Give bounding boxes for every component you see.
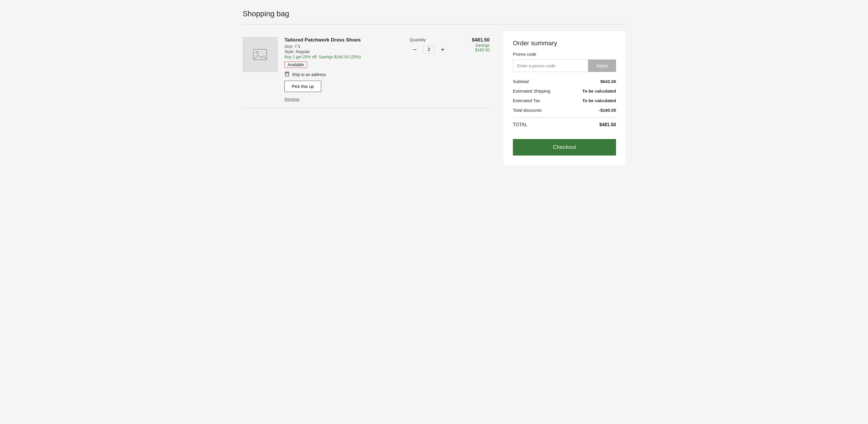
availability-badge: Available: [284, 61, 307, 68]
shipping-value: To be calculated: [583, 88, 616, 93]
increase-quantity-button[interactable]: +: [437, 45, 448, 55]
total-row: TOTAL $481.50: [513, 117, 616, 128]
quantity-section: Quantity − 3 +: [410, 37, 448, 102]
order-summary: Order summary Promo code Apply Subtotal …: [503, 31, 625, 165]
discounts-row: Total discounts -$160.50: [513, 108, 616, 113]
subtotal-value: $642.00: [600, 79, 616, 84]
svg-line-3: [261, 56, 264, 58]
item-name: Tailored Patchwork Dress Shoes: [284, 37, 403, 43]
header-divider: [243, 24, 625, 24]
total-label: TOTAL: [513, 122, 527, 128]
item-promo: Buy 2 get 25% off: Savings $160.50 (25%): [284, 55, 403, 59]
tax-row: Estimated Tax To be calculated: [513, 98, 616, 103]
shipping-row: Estimated Shipping To be calculated: [513, 88, 616, 93]
cart-item: Tailored Patchwork Dress Shoes Size: 7.5…: [243, 31, 490, 108]
item-style: Style: Regular: [284, 49, 403, 54]
subtotal-label: Subtotal: [513, 79, 529, 84]
subtotal-row: Subtotal $642.00: [513, 79, 616, 84]
discounts-value: -$160.50: [599, 108, 616, 113]
savings-label: Savings: [455, 43, 490, 48]
cart-section: Tailored Patchwork Dress Shoes Size: 7.5…: [243, 31, 490, 108]
svg-line-4: [264, 56, 267, 60]
tax-value: To be calculated: [583, 98, 616, 103]
svg-line-2: [258, 55, 261, 58]
promo-row: Apply: [513, 59, 616, 72]
shipping-label: Estimated Shipping: [513, 88, 550, 93]
promo-input[interactable]: [513, 59, 588, 72]
tax-label: Estimated Tax: [513, 98, 540, 103]
checkout-button[interactable]: Checkout: [513, 139, 616, 156]
quantity-value: 3: [423, 46, 435, 54]
summary-title: Order summary: [513, 39, 616, 47]
ship-option: Ship to an address: [284, 72, 403, 78]
svg-point-5: [256, 51, 258, 54]
item-size: Size: 7.5: [284, 44, 403, 49]
total-value: $481.50: [599, 122, 616, 128]
svg-rect-6: [285, 72, 289, 76]
pick-up-button[interactable]: Pick this up: [284, 81, 321, 92]
quantity-label: Quantity: [410, 37, 426, 42]
item-details: Tailored Patchwork Dress Shoes Size: 7.5…: [284, 37, 403, 102]
item-price: $481.50: [455, 37, 490, 43]
promo-code-label: Promo code: [513, 52, 616, 57]
main-content: Tailored Patchwork Dress Shoes Size: 7.5…: [243, 31, 625, 165]
savings-amount: $160.50: [455, 48, 490, 52]
discounts-label: Total discounts: [513, 108, 541, 113]
apply-button[interactable]: Apply: [588, 59, 616, 72]
decrease-quantity-button[interactable]: −: [410, 45, 420, 55]
svg-rect-0: [253, 49, 267, 60]
remove-button[interactable]: Remove: [284, 97, 300, 102]
price-section: $481.50 Savings $160.50: [455, 37, 490, 102]
quantity-controls: − 3 +: [410, 45, 448, 55]
ship-icon: [284, 72, 290, 78]
product-image: [243, 37, 277, 72]
svg-line-1: [253, 55, 258, 60]
ship-label: Ship to an address: [292, 72, 326, 77]
page-title: Shopping bag: [243, 9, 625, 18]
